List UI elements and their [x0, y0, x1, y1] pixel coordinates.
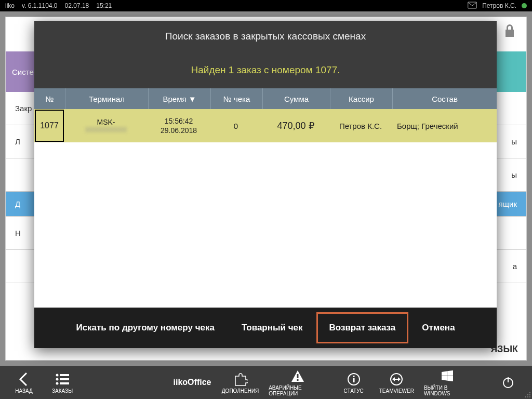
app-version: v. 6.1.1104.0	[22, 2, 58, 9]
order-search-dialog: Поиск заказов в закрытых кассовых сменах…	[34, 21, 497, 348]
receipt-button[interactable]: Товарный чек	[228, 312, 316, 343]
table-body: 1077 MSK- XXXXXXXXXX 15:56:42 29.06.2018…	[34, 109, 497, 308]
teamviewer-icon	[390, 371, 403, 387]
svg-rect-14	[508, 377, 509, 382]
col-header-terminal[interactable]: Терминал	[65, 88, 149, 109]
col-header-number[interactable]: №	[34, 88, 65, 109]
svg-point-16	[527, 394, 528, 395]
svg-rect-4	[60, 378, 69, 380]
table-header: № Терминал Время ▼ № чека Сумма Кассир С…	[34, 88, 497, 109]
chevron-left-icon	[18, 371, 30, 387]
svg-point-17	[529, 394, 530, 395]
sys-date: 02.07.18	[65, 2, 89, 9]
col-header-time[interactable]: Время ▼	[149, 88, 211, 109]
emergency-button[interactable]: АВАРИЙНЫЕ ОПЕРАЦИИ	[269, 368, 327, 396]
svg-point-5	[56, 382, 59, 384]
svg-rect-6	[60, 382, 69, 384]
dialog-title: Поиск заказов в закрытых кассовых сменах	[34, 21, 497, 52]
power-icon	[502, 375, 514, 390]
svg-point-20	[529, 396, 530, 397]
table-row[interactable]: 1077 MSK- XXXXXXXXXX 15:56:42 29.06.2018…	[34, 109, 497, 142]
svg-rect-10	[353, 378, 354, 382]
mail-icon[interactable]	[468, 2, 477, 10]
lock-icon[interactable]	[503, 23, 516, 40]
svg-rect-0	[468, 2, 477, 8]
svg-point-15	[529, 392, 530, 393]
warning-icon	[290, 368, 305, 384]
cell-terminal: MSK- XXXXXXXXXX	[64, 109, 148, 142]
power-button[interactable]	[493, 375, 524, 390]
teamviewer-button[interactable]: TEAMVIEWER	[381, 371, 413, 394]
cell-cashier: Петров К.С.	[329, 109, 392, 142]
app-name: iiko	[5, 2, 15, 9]
puzzle-icon	[233, 371, 248, 387]
back-button[interactable]: НАЗАД	[8, 371, 39, 394]
svg-rect-2	[60, 374, 69, 376]
refund-order-button[interactable]: Возврат заказа	[316, 312, 409, 343]
windows-icon	[441, 368, 454, 384]
svg-rect-11	[353, 376, 354, 377]
system-bar: iiko v. 6.1.1104.0 02.07.18 15:21 Петров…	[0, 0, 532, 11]
dialog-footer: Искать по другому номеру чека Товарный ч…	[34, 308, 497, 348]
cell-sum: 470,00 ₽	[262, 109, 329, 142]
exit-windows-button[interactable]: ВЫЙТИ В WINDOWS	[424, 368, 471, 396]
cell-time: 15:56:42 29.06.2018	[148, 109, 210, 142]
sys-time: 15:21	[96, 2, 112, 9]
status-indicator-icon	[522, 3, 527, 8]
col-header-check[interactable]: № чека	[211, 88, 263, 109]
dialog-subtitle: Найден 1 заказ с номером 1077.	[34, 52, 497, 88]
cancel-button[interactable]: Отмена	[408, 312, 468, 343]
svg-point-3	[56, 378, 59, 380]
cell-number: 1077	[35, 110, 64, 142]
search-other-button[interactable]: Искать по другому номеру чека	[62, 312, 228, 343]
cell-check: 0	[210, 109, 262, 142]
svg-point-1	[56, 374, 59, 376]
svg-rect-8	[297, 379, 298, 381]
col-header-sum[interactable]: Сумма	[263, 88, 330, 109]
resize-grip-icon[interactable]	[524, 391, 531, 398]
bottom-toolbar: НАЗАД ЗАКАЗЫ iikoOffice ДОПОЛНЕНИЯ АВАРИ…	[0, 366, 532, 399]
col-header-cashier[interactable]: Кассир	[330, 88, 393, 109]
list-icon	[55, 371, 70, 387]
sort-desc-icon: ▼	[189, 95, 196, 103]
status-button[interactable]: СТАТУС	[338, 371, 369, 394]
col-header-composition[interactable]: Состав	[393, 88, 497, 109]
svg-point-18	[525, 396, 526, 397]
svg-rect-7	[297, 374, 298, 378]
info-icon	[347, 371, 361, 387]
iiko-office-button[interactable]: iikoOffice	[161, 378, 223, 387]
cell-composition: Борщ; Греческий	[392, 109, 497, 142]
sys-user: Петров К.С.	[482, 2, 516, 9]
orders-button[interactable]: ЗАКАЗЫ	[47, 371, 78, 394]
svg-point-19	[527, 396, 528, 397]
addons-button[interactable]: ДОПОЛНЕНИЯ	[223, 371, 257, 394]
